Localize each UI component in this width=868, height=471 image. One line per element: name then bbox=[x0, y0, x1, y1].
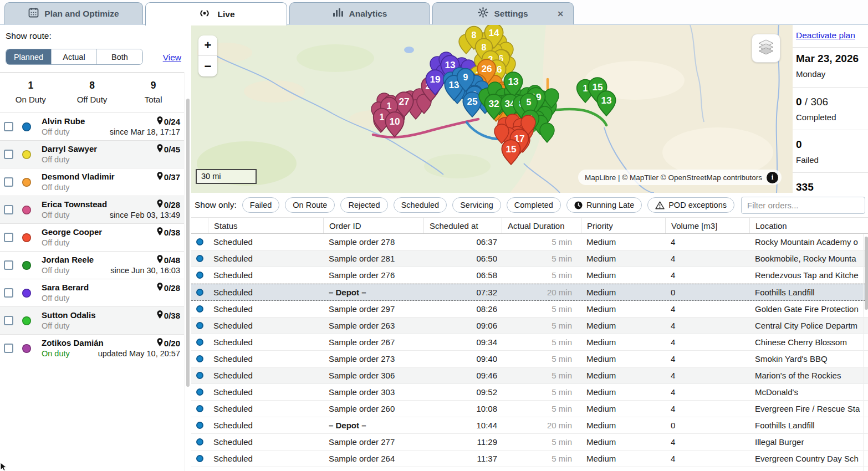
scrollbar-thumb[interactable] bbox=[186, 99, 190, 387]
status-dot-cell bbox=[191, 289, 208, 296]
filter-chip-on-route[interactable]: On Route bbox=[285, 197, 335, 213]
status-cell: Scheduled bbox=[208, 288, 323, 297]
route-option-planned[interactable]: Planned bbox=[6, 49, 52, 64]
driver-row[interactable]: Jordan Reele0/48Off dutysince Jun 30, 16… bbox=[0, 251, 184, 279]
status-dot-cell bbox=[191, 255, 208, 262]
table-row[interactable]: ScheduledSample order 26309:065 minMediu… bbox=[191, 318, 868, 334]
stop-count-value: 0/48 bbox=[164, 255, 180, 265]
map[interactable]: 2927111013198148631632632221393251319323… bbox=[191, 25, 793, 193]
driver-status: Off duty bbox=[42, 238, 70, 247]
driver-name: Sara Berard bbox=[42, 283, 89, 292]
status-cell: Scheduled bbox=[208, 387, 323, 397]
driver-row[interactable]: Alvin Rube0/24Off dutysince Mar 18, 17:1… bbox=[0, 112, 184, 140]
driver-row[interactable]: Sara Berard0/28Off duty bbox=[0, 279, 184, 306]
driver-row[interactable]: Erica Townstead0/28Off dutysince Feb 03,… bbox=[0, 196, 184, 223]
zoom-out-button[interactable]: − bbox=[198, 56, 217, 76]
info-icon[interactable]: i bbox=[767, 172, 778, 183]
view-link[interactable]: View bbox=[163, 53, 181, 63]
driver-row[interactable]: Darryl Sawyer0/45Off duty bbox=[0, 140, 184, 168]
route-option-actual[interactable]: Actual bbox=[52, 49, 97, 64]
filter-chip-rejected[interactable]: Rejected bbox=[340, 197, 387, 213]
filter-chip-running-late[interactable]: Running Late bbox=[566, 197, 642, 213]
stat-off-duty: 8 Off Duty bbox=[62, 76, 123, 111]
table-row[interactable]: ScheduledSample order 27606:585 minMediu… bbox=[191, 267, 868, 284]
header-order-id[interactable]: Order ID bbox=[323, 218, 423, 233]
driver-row[interactable]: Zotikos Damián0/20On dutyupdated May 10,… bbox=[0, 334, 184, 362]
orders-table-header: Status Order ID Scheduled at Actual Dura… bbox=[191, 217, 868, 234]
table-row[interactable]: ScheduledSample order 26010:085 minMediu… bbox=[191, 401, 868, 417]
tab-analytics[interactable]: Analytics bbox=[289, 2, 430, 24]
volume-cell: 0 bbox=[665, 421, 749, 430]
driver-color-dot bbox=[22, 150, 31, 159]
driver-checkbox[interactable] bbox=[4, 150, 13, 159]
filter-orders-input[interactable] bbox=[741, 197, 865, 214]
header-scheduled-at[interactable]: Scheduled at bbox=[423, 218, 502, 233]
pin-number: 26 bbox=[481, 63, 492, 74]
scheduled-status-dot bbox=[196, 322, 203, 329]
volume-cell: 4 bbox=[665, 387, 749, 397]
driver-checkbox[interactable] bbox=[4, 205, 13, 214]
header-location[interactable]: Location bbox=[749, 218, 868, 233]
filter-chip-scheduled[interactable]: Scheduled bbox=[394, 197, 447, 213]
table-row[interactable]: ScheduledSample order 30309:525 minMediu… bbox=[191, 384, 868, 401]
driver-checkbox[interactable] bbox=[4, 288, 13, 298]
driver-checkbox[interactable] bbox=[4, 177, 13, 187]
order-id-cell: Sample order 263 bbox=[323, 321, 423, 330]
driver-checkbox[interactable] bbox=[4, 260, 13, 270]
location-pin-icon bbox=[157, 227, 163, 237]
status-dot-cell bbox=[191, 438, 208, 446]
route-option-both[interactable]: Both bbox=[97, 49, 142, 64]
header-actual-duration[interactable]: Actual Duration bbox=[502, 218, 581, 233]
drivers-sidebar: Show route: Planned Actual Both View 1 O… bbox=[0, 25, 191, 471]
layers-button[interactable] bbox=[752, 34, 780, 63]
location-pin-icon bbox=[157, 144, 163, 154]
table-row[interactable]: ScheduledSample order 27806:375 minMediu… bbox=[191, 234, 868, 250]
status-cell: Scheduled bbox=[208, 321, 323, 330]
table-row[interactable]: ScheduledSample order 30609:465 minMediu… bbox=[191, 367, 868, 384]
chip-label: POD exceptions bbox=[668, 201, 727, 209]
chip-label: Completed bbox=[514, 201, 553, 209]
driver-stop-count: 0/28 bbox=[157, 199, 180, 209]
driver-row[interactable]: Sutton Odalis0/38Off duty bbox=[0, 306, 184, 334]
driver-checkbox[interactable] bbox=[4, 233, 13, 242]
table-row[interactable]: ScheduledSample order 27711:295 minMediu… bbox=[191, 434, 868, 450]
priority-cell: Medium bbox=[581, 454, 665, 463]
scrollbar-thumb[interactable] bbox=[865, 237, 868, 310]
tab-plan-and-optimize[interactable]: Plan and Optimize bbox=[4, 2, 143, 24]
table-row[interactable]: ScheduledSample order 27309:405 minMediu… bbox=[191, 351, 868, 367]
scheduled-status-dot bbox=[196, 455, 203, 462]
filter-chip-pod-exceptions[interactable]: POD exceptions bbox=[647, 197, 734, 213]
driver-checkbox[interactable] bbox=[4, 122, 13, 131]
driver-name: Darryl Sawyer bbox=[42, 144, 97, 153]
table-row[interactable]: Scheduled– Depot –10:4420 minMedium0Foot… bbox=[191, 417, 868, 434]
mouse-cursor bbox=[0, 462, 9, 471]
table-row[interactable]: ScheduledSample order 29708:265 minMediu… bbox=[191, 301, 868, 318]
driver-color-dot bbox=[22, 316, 31, 325]
tab-settings[interactable]: Settings ✕ bbox=[432, 2, 574, 24]
driver-row[interactable]: Desmond Vladimir0/37Off duty bbox=[0, 168, 184, 196]
filter-chip-failed[interactable]: Failed bbox=[242, 197, 280, 213]
header-volume[interactable]: Volume [m3] bbox=[665, 218, 749, 233]
status-dot-cell bbox=[191, 372, 208, 379]
table-row[interactable]: ScheduledSample order 26709:345 minMediu… bbox=[191, 334, 868, 351]
table-row[interactable]: Scheduled– Depot –07:3220 minMedium0Foot… bbox=[191, 284, 868, 301]
header-status[interactable]: Status bbox=[208, 218, 323, 233]
deactivate-plan-link[interactable]: Deactivate plan bbox=[796, 30, 855, 40]
driver-checkbox[interactable] bbox=[4, 316, 13, 325]
scheduled-at-cell: 11:29 bbox=[423, 437, 502, 447]
tab-live[interactable]: Live bbox=[145, 2, 287, 25]
driver-checkbox[interactable] bbox=[4, 344, 13, 353]
filter-chip-servicing[interactable]: Servicing bbox=[452, 197, 501, 213]
table-row[interactable]: ScheduledSample order 26411:375 minMediu… bbox=[191, 450, 868, 467]
sidebar-scrollbar[interactable] bbox=[185, 72, 190, 471]
stop-count-value: 0/28 bbox=[164, 200, 180, 209]
driver-row[interactable]: George Cooper0/38Off duty bbox=[0, 223, 184, 251]
close-icon[interactable]: ✕ bbox=[555, 9, 565, 19]
zoom-in-button[interactable]: + bbox=[198, 35, 217, 56]
filter-chip-completed[interactable]: Completed bbox=[507, 197, 561, 213]
priority-cell: Medium bbox=[581, 421, 665, 430]
orders-scrollbar[interactable] bbox=[863, 234, 868, 471]
header-priority[interactable]: Priority bbox=[581, 218, 665, 233]
driver-status: Off duty bbox=[42, 183, 70, 192]
table-row[interactable]: ScheduledSample order 28106:505 minMediu… bbox=[191, 250, 868, 267]
